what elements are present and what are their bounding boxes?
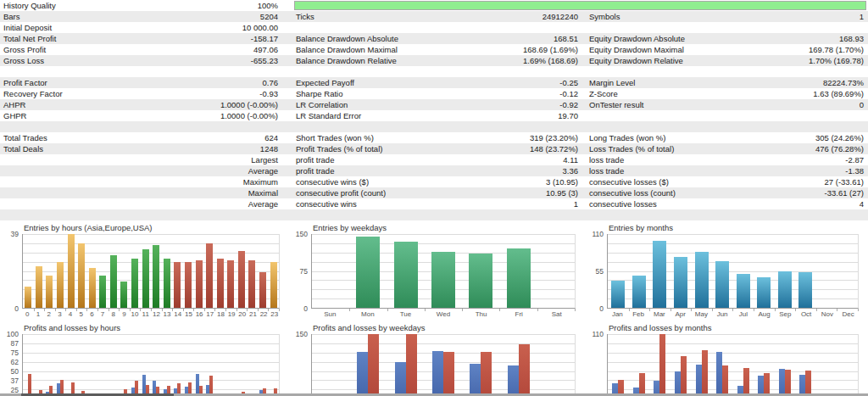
bar bbox=[36, 266, 42, 308]
bar bbox=[46, 276, 53, 308]
bar-losses bbox=[368, 334, 379, 396]
bar-pair bbox=[217, 334, 224, 396]
bar-pair bbox=[696, 334, 708, 396]
bar-profits bbox=[432, 351, 443, 396]
stat-value: Largest bbox=[251, 154, 278, 165]
stat-value: -158.17 bbox=[251, 33, 278, 44]
category-slot bbox=[65, 334, 76, 396]
bar bbox=[394, 242, 418, 308]
stat-value: 3.36 bbox=[563, 165, 579, 176]
stat-row: OnTester result0 bbox=[585, 99, 868, 110]
bar bbox=[25, 287, 31, 308]
stat-label: Short Trades (won %) bbox=[296, 132, 374, 143]
x-axis-tick-label: Wed bbox=[425, 309, 463, 320]
plot-slots bbox=[312, 334, 575, 396]
y-axis: 390 bbox=[0, 234, 19, 309]
chart-title: Profits and losses by months bbox=[609, 323, 868, 334]
plot-slots bbox=[608, 334, 858, 396]
stat-label: Sharpe Ratio bbox=[296, 88, 342, 99]
y-axis-tick-label: 0 bbox=[14, 305, 19, 313]
bar-pair bbox=[25, 334, 31, 396]
category-slot bbox=[193, 334, 204, 396]
bar-pair bbox=[248, 334, 255, 396]
bar-pair bbox=[196, 334, 203, 396]
bar-pair bbox=[716, 334, 728, 396]
chart-title: Entries by weekdays bbox=[313, 223, 585, 234]
stat-row bbox=[0, 121, 289, 132]
stat-label: Recovery Factor bbox=[3, 88, 63, 99]
stat-value: 1.69% (168.69) bbox=[523, 55, 578, 66]
y-axis-tick-label: 150 bbox=[296, 331, 308, 338]
bar bbox=[238, 251, 245, 308]
stats-column-1: History Quality100%Bars5204Initial Depos… bbox=[0, 0, 289, 220]
stat-row: Average bbox=[0, 198, 289, 209]
category-slot bbox=[649, 234, 670, 308]
bar bbox=[131, 259, 138, 308]
stat-value: 476 (76.28%) bbox=[815, 143, 864, 154]
stat-label: profit trade bbox=[296, 165, 334, 176]
y-axis: 110550 bbox=[585, 234, 604, 309]
category-slot bbox=[97, 334, 108, 396]
y-axis-tick-label: 39 bbox=[11, 231, 19, 238]
bar-pair bbox=[432, 334, 454, 396]
stat-row: Profit Factor0.76 bbox=[0, 77, 289, 88]
stat-value: -0.92 bbox=[559, 99, 578, 110]
stat-value: 148 (23.72%) bbox=[530, 143, 578, 154]
chart-title: Entries by hours (Asia,Europe,USA) bbox=[24, 223, 289, 234]
stat-label: Loss Trades (% of total) bbox=[589, 143, 674, 154]
bar bbox=[217, 259, 224, 308]
stat-value: 10.95 (3) bbox=[546, 187, 578, 198]
stat-row bbox=[585, 22, 868, 33]
stat-value: 168.51 bbox=[554, 33, 578, 44]
y-axis-tick-label: 37 bbox=[11, 377, 19, 385]
y-axis-tick-label: 110 bbox=[592, 331, 604, 338]
y-axis-tick-label: 55 bbox=[596, 268, 604, 276]
stat-value: Maximal bbox=[248, 187, 278, 198]
x-axis-tick-label: Fri bbox=[500, 309, 538, 320]
bar-profits bbox=[395, 362, 406, 396]
bar-profits bbox=[696, 365, 702, 396]
category-slot bbox=[732, 334, 754, 396]
x-axis-tick-label: 18 bbox=[215, 309, 226, 320]
category-slot bbox=[108, 334, 120, 396]
stat-label: Bars bbox=[3, 11, 20, 22]
category-slot bbox=[119, 234, 130, 308]
bar bbox=[248, 260, 255, 308]
stat-row: profit trade4.11 bbox=[289, 154, 585, 165]
category-slot bbox=[214, 334, 225, 396]
bar bbox=[469, 254, 492, 308]
stat-row: consecutive losses ($)27 (-33.61) bbox=[585, 176, 868, 187]
x-axis-tick-label: Mar bbox=[649, 309, 670, 320]
stat-row: AHPR1.0000 (-0.00%) bbox=[0, 99, 289, 110]
stat-row: Equity Drawdown Maximal169.78 (1.70%) bbox=[585, 44, 868, 55]
category-slot bbox=[86, 234, 97, 308]
bar-pair bbox=[110, 334, 117, 396]
category-slot bbox=[462, 334, 499, 396]
category-slot bbox=[34, 234, 45, 308]
bar bbox=[142, 249, 149, 308]
chart-entries-by-weekdays: Entries by weekdays150750SunMonTueWedThu… bbox=[289, 220, 585, 321]
category-slot bbox=[34, 334, 45, 396]
category-slot bbox=[425, 334, 462, 396]
bar-profits bbox=[716, 352, 722, 396]
x-axis-tick-label: 3 bbox=[54, 309, 65, 320]
stat-label: consecutive losses ($) bbox=[589, 176, 669, 187]
plot-slots bbox=[23, 234, 279, 308]
category-slot bbox=[130, 334, 141, 396]
category-slot bbox=[44, 334, 55, 396]
stat-label: Equity Drawdown Maximal bbox=[589, 44, 684, 55]
bar-pair bbox=[206, 334, 213, 396]
stat-label: consecutive loss (count) bbox=[589, 187, 676, 198]
stat-value: -0.12 bbox=[559, 88, 578, 99]
stats-column-3: Symbols1Equity Drawdown Absolute168.93Eq… bbox=[585, 0, 868, 220]
stat-label: loss trade bbox=[589, 154, 624, 165]
stat-value: 19.70 bbox=[558, 110, 578, 121]
bar bbox=[674, 257, 687, 308]
stat-value: 27 (-33.61) bbox=[825, 176, 864, 187]
category-slot bbox=[670, 234, 692, 308]
bar-pair bbox=[99, 334, 106, 396]
stat-row: Equity Drawdown Absolute168.93 bbox=[585, 33, 868, 44]
stat-row bbox=[585, 121, 868, 132]
x-axis-tick-label: Feb bbox=[628, 309, 649, 320]
bar-pair bbox=[320, 334, 342, 396]
